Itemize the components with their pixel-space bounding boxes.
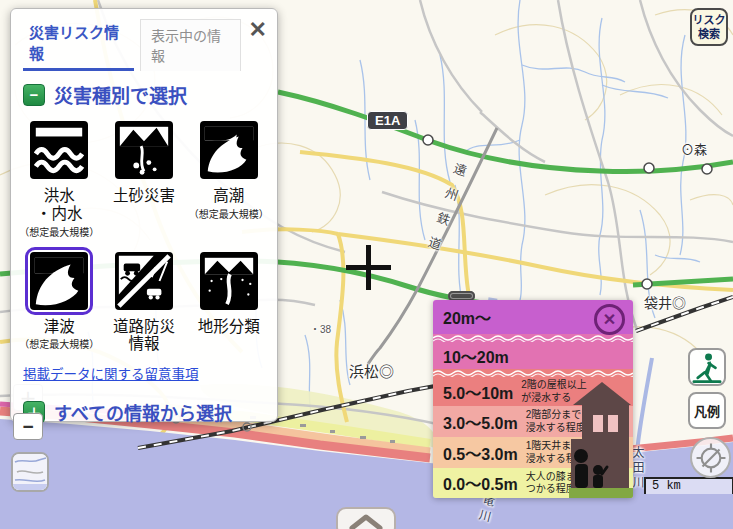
elevation-point-label: ・38 bbox=[310, 321, 331, 336]
tsunami-icon bbox=[30, 252, 88, 310]
legend-desc: 2階の屋根以上 が浸水する bbox=[521, 379, 587, 404]
all-info-select-label[interactable]: すべての情報から選択 bbox=[54, 399, 232, 425]
legend-desc: 2階部分まで 浸水する程度 bbox=[526, 409, 586, 434]
legend-row: 0.5～3.0m 1階天井まで 浸水する程度 bbox=[433, 437, 633, 468]
flood-icon bbox=[30, 121, 88, 179]
hazard-label: 洪水 ・内水 bbox=[36, 187, 83, 223]
legend-toggle-button[interactable]: 凡例 bbox=[688, 392, 726, 429]
legend-desc: 1階天井まで 浸水する程度 bbox=[526, 440, 586, 465]
hazard-label: 津波 bbox=[44, 318, 75, 336]
hazard-sublabel: （想定最大規模） bbox=[189, 206, 269, 221]
hazard-sublabel: （想定最大規模） bbox=[19, 224, 99, 239]
running-person-icon bbox=[690, 350, 724, 384]
expressway-badge: E1A bbox=[367, 111, 408, 130]
legend-separator bbox=[433, 334, 633, 342]
panel-tabbar: 災害リスク情報 表示中の情報 ✕ bbox=[11, 9, 277, 71]
data-notice-link[interactable]: 掲載データに関する留意事項 bbox=[11, 354, 277, 383]
hazard-landslide[interactable]: 土砂災害 bbox=[102, 116, 187, 239]
legend-range: 5.0～10m bbox=[443, 380, 513, 404]
legend-row: 20m～ ✕ bbox=[433, 300, 633, 334]
storm-surge-icon bbox=[200, 121, 258, 179]
town-label-mori: ⊙森 bbox=[681, 139, 707, 158]
collapse-minus-icon[interactable]: − bbox=[23, 84, 45, 106]
hazard-label: 土砂災害 bbox=[113, 187, 175, 205]
hazard-label: 地形分類 bbox=[198, 318, 260, 336]
expand-bottom-panel-button[interactable] bbox=[336, 507, 396, 529]
close-icon[interactable]: ✕ bbox=[249, 19, 267, 41]
city-label-fukuroi: 袋井◎ bbox=[644, 292, 686, 312]
hazard-type-grid: 洪水 ・内水 （想定最大規模） 土砂災害 bbox=[11, 114, 277, 354]
evacuation-site-button[interactable] bbox=[688, 348, 726, 386]
hazard-tsunami[interactable]: 津波 （想定最大規模） bbox=[17, 247, 102, 355]
zoom-out-button[interactable]: − bbox=[13, 413, 43, 440]
tab-disaster-risk-info[interactable]: 災害リスク情報 bbox=[23, 17, 134, 71]
legend-range: 0.0～0.5m bbox=[443, 471, 518, 495]
terrain-icon bbox=[200, 252, 258, 310]
legend-row: 5.0～10m 2階の屋根以上 が浸水する bbox=[433, 377, 633, 406]
road-hazard-icon bbox=[115, 252, 173, 310]
legend-row: 3.0～5.0m 2階部分まで 浸水する程度 bbox=[433, 406, 633, 437]
city-label-hamamatsu: 浜松◎ bbox=[349, 360, 394, 381]
legend-close-icon[interactable]: ✕ bbox=[594, 304, 625, 335]
legend-separator bbox=[433, 369, 633, 377]
section-title: 災害種別で選択 bbox=[54, 81, 187, 108]
risk-search-button[interactable]: リスク 検索 bbox=[690, 8, 728, 46]
hazard-label: 高潮 bbox=[213, 187, 244, 205]
overview-minimap-button[interactable] bbox=[11, 452, 49, 492]
legend-range: 3.0～5.0m bbox=[443, 410, 518, 434]
landslide-icon bbox=[115, 121, 173, 179]
legend-row: 10～20m bbox=[433, 342, 633, 369]
hazard-flood[interactable]: 洪水 ・内水 （想定最大規模） bbox=[17, 116, 102, 239]
legend-desc: 大人の膝まで つかる程度 bbox=[526, 471, 586, 496]
disaster-risk-panel: 災害リスク情報 表示中の情報 ✕ − 災害種別で選択 洪水 ・内水 （想定最大規… bbox=[10, 8, 278, 422]
legend-row: 0.0～0.5m 大人の膝まで つかる程度 bbox=[433, 468, 633, 498]
tab-displayed-info[interactable]: 表示中の情報 bbox=[140, 19, 241, 71]
chevron-up-icon bbox=[344, 512, 388, 529]
hazard-label: 道路防災 情報 bbox=[113, 318, 175, 354]
minimap-thumbnail bbox=[13, 454, 47, 490]
hazard-road-disaster[interactable]: 道路防災 情報 bbox=[102, 247, 187, 355]
hazard-storm-surge[interactable]: 高潮 （想定最大規模） bbox=[186, 116, 271, 239]
map-scale-bar: 5 km bbox=[644, 477, 733, 494]
tsunami-depth-legend: 20m～ ✕ 10～20m 5.0～10m 2階の屋根以上 が浸水する 3.0～… bbox=[433, 300, 633, 498]
current-location-button[interactable] bbox=[690, 437, 731, 478]
legend-range: 0.5～3.0m bbox=[443, 441, 518, 465]
hazard-sublabel: （想定最大規模） bbox=[19, 336, 99, 351]
map-center-crosshair-icon bbox=[346, 245, 391, 290]
legend-range: 20m～ bbox=[443, 305, 491, 329]
legend-range: 10～20m bbox=[443, 344, 509, 368]
gps-crosshair-icon bbox=[694, 441, 728, 475]
hazard-terrain[interactable]: 地形分類 bbox=[186, 247, 271, 355]
